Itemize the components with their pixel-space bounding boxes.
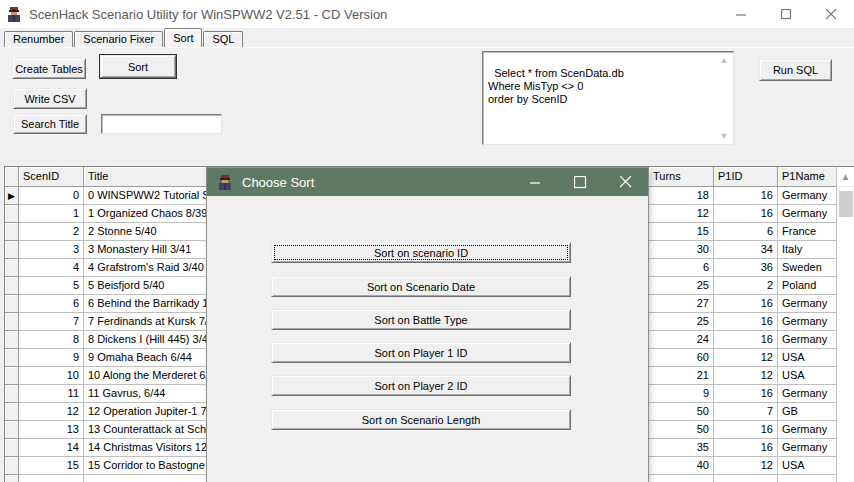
- cell-scenid: 13: [19, 421, 84, 439]
- cell-p1id: 16: [714, 295, 778, 313]
- cell-scenid: 6: [19, 295, 84, 313]
- cell-scenid: 4: [19, 259, 84, 277]
- cell-p1name: [778, 475, 836, 482]
- cell-turns: 21: [649, 367, 714, 385]
- window-controls: [719, 0, 854, 28]
- cell-p1id: 16: [714, 421, 778, 439]
- cell-p1name: USA: [778, 367, 836, 385]
- cell-p1id: 12: [714, 367, 778, 385]
- maximize-button[interactable]: [764, 0, 809, 28]
- cell-p1id: 16: [714, 331, 778, 349]
- cell-turns: 18: [649, 187, 714, 205]
- dialog-title: Choose Sort: [242, 175, 314, 190]
- tab-sort[interactable]: Sort: [164, 28, 202, 47]
- sql-scrollbar[interactable]: ▲ ▼: [716, 53, 732, 143]
- row-selector[interactable]: [5, 331, 19, 349]
- search-title-button[interactable]: Search Title: [13, 114, 87, 134]
- header-scenid[interactable]: ScenID: [19, 167, 84, 187]
- sort-option-button-sort-on-scenario-length[interactable]: Sort on Scenario Length: [271, 409, 571, 430]
- sort-option-button-sort-on-player-1-id[interactable]: Sort on Player 1 ID: [271, 342, 571, 363]
- row-selector[interactable]: [5, 385, 19, 403]
- header-selector: [5, 167, 19, 187]
- cell-p1id: 16: [714, 313, 778, 331]
- minimize-icon: [736, 9, 747, 20]
- cell-scenid: 12: [19, 403, 84, 421]
- maximize-icon: [574, 176, 587, 189]
- close-button[interactable]: [809, 0, 854, 28]
- scroll-down-icon[interactable]: ▼: [720, 131, 729, 141]
- cell-turns: 30: [649, 241, 714, 259]
- header-turns[interactable]: Turns: [649, 167, 714, 187]
- cell-p1name: France: [778, 223, 836, 241]
- row-selector[interactable]: [5, 241, 19, 259]
- soldier-icon: [6, 6, 22, 22]
- cell-scenid: 11: [19, 385, 84, 403]
- sort-option-button-sort-on-battle-type[interactable]: Sort on Battle Type: [271, 309, 571, 330]
- maximize-icon: [781, 9, 792, 20]
- sql-query-textarea[interactable]: Select * from ScenData.db Where MisTyp <…: [482, 51, 734, 145]
- cell-turns: 6: [649, 259, 714, 277]
- tab-renumber[interactable]: Renumber: [4, 31, 73, 47]
- cell-scenid: 9: [19, 349, 84, 367]
- run-sql-button[interactable]: Run SQL: [759, 59, 832, 81]
- sort-option-button-sort-on-player-2-id[interactable]: Sort on Player 2 ID: [271, 375, 571, 396]
- create-tables-button[interactable]: Create Tables: [12, 58, 86, 79]
- window-title: ScenHack Scenario Utility for WinSPWW2 V…: [29, 7, 387, 22]
- cell-p1id: 7: [714, 403, 778, 421]
- current-row-arrow: ▶: [8, 191, 15, 201]
- row-selector[interactable]: [5, 439, 19, 457]
- minimize-button[interactable]: [719, 0, 764, 28]
- tab-scenario-fixer[interactable]: Scenario Fixer: [74, 31, 163, 47]
- row-selector[interactable]: [5, 421, 19, 439]
- cell-p1id: 12: [714, 457, 778, 475]
- cell-p1id: 16: [714, 187, 778, 205]
- scroll-up-icon[interactable]: ▲: [837, 167, 854, 187]
- row-selector[interactable]: [5, 367, 19, 385]
- row-selector[interactable]: ▶: [5, 187, 19, 205]
- row-selector[interactable]: [5, 457, 19, 475]
- row-selector[interactable]: [5, 259, 19, 277]
- scroll-up-icon[interactable]: ▲: [720, 55, 729, 65]
- cell-p1name: Germany: [778, 385, 836, 403]
- dialog-maximize-button[interactable]: [558, 168, 603, 196]
- header-p1name[interactable]: P1Name: [778, 167, 836, 187]
- row-selector[interactable]: [5, 403, 19, 421]
- cell-p1id: 36: [714, 259, 778, 277]
- row-selector[interactable]: [5, 205, 19, 223]
- cell-p1name: Germany: [778, 313, 836, 331]
- minimize-icon: [530, 177, 541, 188]
- row-selector[interactable]: [5, 223, 19, 241]
- choose-sort-dialog: Choose Sort Sort on scenario IDSort on S…: [207, 168, 648, 482]
- tab-sql[interactable]: SQL: [203, 31, 243, 47]
- sort-option-button-sort-on-scenario-date[interactable]: Sort on Scenario Date: [271, 276, 571, 297]
- cell-p1id: 16: [714, 205, 778, 223]
- cell-p1id: 12: [714, 349, 778, 367]
- write-csv-button[interactable]: Write CSV: [13, 88, 87, 109]
- sort-button[interactable]: Sort: [100, 55, 176, 78]
- cell-p1name: Germany: [778, 295, 836, 313]
- dialog-close-button[interactable]: [603, 168, 648, 196]
- cell-scenid: [19, 475, 84, 482]
- close-icon: [826, 9, 837, 20]
- row-selector[interactable]: [5, 277, 19, 295]
- cell-p1id: 6: [714, 223, 778, 241]
- cell-turns: 25: [649, 277, 714, 295]
- cell-turns: 60: [649, 349, 714, 367]
- search-title-input[interactable]: [101, 114, 222, 134]
- app-root: { "window": { "title": "ScenHack Scenari…: [0, 0, 854, 482]
- main-titlebar: ScenHack Scenario Utility for WinSPWW2 V…: [0, 0, 854, 28]
- row-selector[interactable]: [5, 349, 19, 367]
- row-selector[interactable]: [5, 295, 19, 313]
- row-selector[interactable]: [5, 313, 19, 331]
- sort-option-button-sort-on-scenario-id[interactable]: Sort on scenario ID: [271, 242, 571, 263]
- cell-p1id: [714, 475, 778, 482]
- header-p1id[interactable]: P1ID: [714, 167, 778, 187]
- cell-scenid: 3: [19, 241, 84, 259]
- dialog-titlebar[interactable]: Choose Sort: [207, 168, 648, 196]
- cell-p1name: Poland: [778, 277, 836, 295]
- dialog-minimize-button[interactable]: [513, 168, 558, 196]
- cell-p1name: Germany: [778, 439, 836, 457]
- cell-p1name: Italy: [778, 241, 836, 259]
- scrollbar-thumb[interactable]: [839, 191, 853, 217]
- table-scrollbar[interactable]: ▲: [836, 166, 854, 482]
